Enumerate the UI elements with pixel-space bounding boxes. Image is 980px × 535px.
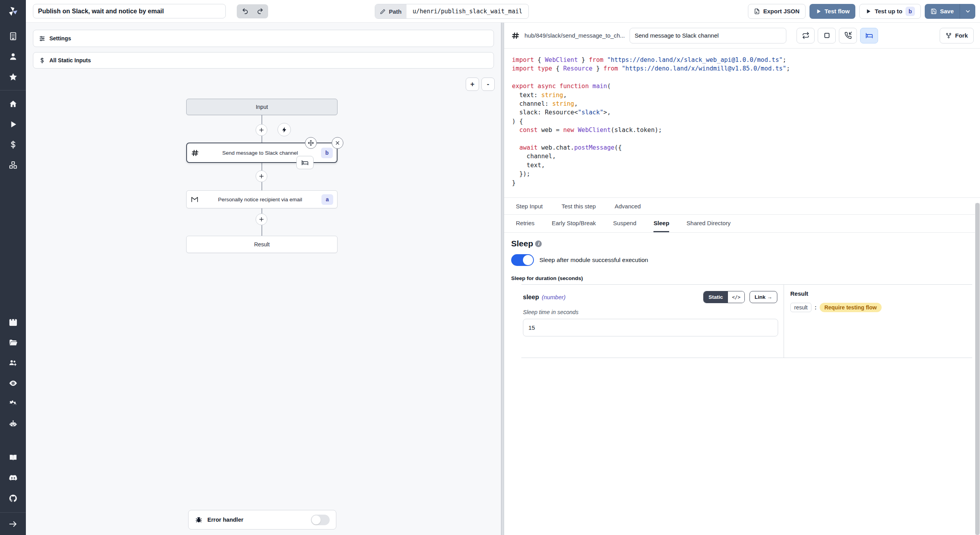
retries-repeat-icon-button[interactable] xyxy=(797,28,815,43)
settings-gear-icon[interactable] xyxy=(0,393,26,414)
variables-dollar-icon[interactable] xyxy=(0,134,26,155)
windmill-flow-editor: Path u/henri/publish_slack_wait_mail Exp… xyxy=(0,0,980,535)
slack-step-label: Send message to Slack channel xyxy=(203,150,317,156)
step-header: hub/849/slack/send_message_to_ch... Fork xyxy=(504,23,980,49)
resources-cubes-icon[interactable] xyxy=(0,155,26,175)
fork-button[interactable]: Fork xyxy=(940,28,974,43)
scrollbar-thumb[interactable] xyxy=(975,203,980,535)
static-segment-button[interactable]: Static xyxy=(704,291,728,303)
link-button[interactable]: Link → xyxy=(750,291,777,303)
slack-step-id-badge: b xyxy=(321,148,333,158)
slack-icon xyxy=(191,149,199,157)
sleep-seconds-input[interactable] xyxy=(523,319,778,336)
result-heading: Result xyxy=(790,290,966,297)
sleep-indicator-bed-icon[interactable] xyxy=(296,156,314,169)
insert-step-button-1[interactable] xyxy=(256,124,267,136)
github-icon[interactable] xyxy=(0,488,26,508)
step-name-input[interactable] xyxy=(630,28,786,43)
result-node[interactable]: Result xyxy=(186,236,338,253)
zoom-out-button[interactable]: - xyxy=(481,78,495,91)
flow-graph-panel: Settings All Static Inputs + - Input Sen… xyxy=(26,23,501,535)
home-icon[interactable] xyxy=(0,94,26,114)
bug-icon xyxy=(195,516,203,524)
tab-retries[interactable]: Retries xyxy=(516,215,535,232)
code-segment-button[interactable]: </> xyxy=(728,291,744,303)
expand-rail-arrow-icon[interactable] xyxy=(0,512,26,535)
sleep-field-column: sleep (number) Static </> Link → Sleep t… xyxy=(521,285,784,358)
zoom-in-button[interactable]: + xyxy=(466,78,479,91)
insert-step-button-3[interactable] xyxy=(256,213,267,225)
tab-step-input[interactable]: Step Input xyxy=(516,203,543,210)
sleep-duration-label: Sleep for duration (seconds) xyxy=(511,275,972,281)
audit-eye-icon[interactable] xyxy=(0,373,26,393)
result-preview-column: Result result : Require testing flow xyxy=(784,285,972,358)
insert-step-button-2[interactable] xyxy=(256,170,267,182)
git-fork-icon xyxy=(946,33,952,39)
path-chip[interactable]: Path u/henri/publish_slack_wait_mail xyxy=(375,4,529,19)
right-panel-scrollbar[interactable] xyxy=(975,203,980,535)
sleep-input-hint: Sleep time in seconds xyxy=(523,309,777,315)
workers-robot-icon[interactable] xyxy=(0,414,26,434)
email-step-node[interactable]: Personally notice recipient via email a xyxy=(186,190,338,208)
test-up-to-button[interactable]: Test up to b xyxy=(859,4,921,19)
save-dropdown-caret[interactable] xyxy=(960,4,975,19)
sleep-bed-icon-button[interactable] xyxy=(860,28,878,43)
topbar: Path u/henri/publish_slack_wait_mail Exp… xyxy=(26,0,980,23)
error-handler-node[interactable]: Error handler xyxy=(188,510,336,530)
sleep-field-name: sleep xyxy=(523,294,539,301)
error-handler-toggle[interactable] xyxy=(311,515,330,525)
early-stop-square-icon-button[interactable] xyxy=(818,28,836,43)
sleep-tab-content: Sleep i Sleep after module successful ex… xyxy=(504,233,980,358)
edit-pencil-icon xyxy=(380,9,386,14)
tab-early-stop-break[interactable]: Early Stop/Break xyxy=(552,215,596,232)
hub-script-path[interactable]: hub/849/slack/send_message_to_ch... xyxy=(524,32,625,39)
redo-button[interactable] xyxy=(253,5,267,17)
flow-title-input[interactable] xyxy=(33,4,226,18)
test-up-to-step-badge: b xyxy=(906,7,915,16)
all-static-inputs-bar[interactable]: All Static Inputs xyxy=(33,52,494,69)
tab-shared-directory[interactable]: Shared Directory xyxy=(686,215,731,232)
flow-settings-bar[interactable]: Settings xyxy=(33,30,494,47)
step-detail-panel: hub/849/slack/send_message_to_ch... Fork… xyxy=(504,23,980,535)
canvas-zoom-controls: + - xyxy=(466,78,495,91)
docs-book-icon[interactable] xyxy=(0,447,26,468)
undo-button[interactable] xyxy=(238,5,252,17)
schedules-calendar-icon[interactable] xyxy=(0,312,26,332)
favorites-star-icon[interactable] xyxy=(0,67,26,87)
settings-label: Settings xyxy=(49,35,71,42)
move-node-handle-icon[interactable] xyxy=(305,137,317,149)
tab-suspend[interactable]: Suspend xyxy=(613,215,636,232)
panel-resize-splitter[interactable] xyxy=(501,23,504,535)
trigger-bolt-button[interactable] xyxy=(278,123,291,136)
tab-test-this-step[interactable]: Test this step xyxy=(561,203,596,210)
result-colon: : xyxy=(815,304,817,311)
step-tabs-primary: Step Input Test this step Advanced xyxy=(504,197,980,215)
gmail-icon xyxy=(191,195,199,204)
save-button[interactable]: Save xyxy=(925,4,960,19)
runs-play-icon[interactable] xyxy=(0,114,26,134)
workspace-icon[interactable] xyxy=(0,26,26,46)
delete-node-button[interactable] xyxy=(332,137,343,149)
sleep-toggle-label: Sleep after module successful execution xyxy=(539,257,648,264)
groups-gear-icon[interactable] xyxy=(0,352,26,373)
discord-icon[interactable] xyxy=(0,468,26,488)
export-json-button[interactable]: Export JSON xyxy=(748,4,806,19)
input-node[interactable]: Input xyxy=(186,99,338,115)
tab-advanced[interactable]: Advanced xyxy=(615,203,641,210)
info-icon[interactable]: i xyxy=(535,240,542,247)
test-flow-button[interactable]: Test flow xyxy=(809,4,856,19)
step-tabs-advanced: Retries Early Stop/Break Suspend Sleep S… xyxy=(504,215,980,233)
rail-divider xyxy=(0,90,26,90)
user-icon[interactable] xyxy=(0,46,26,67)
folders-icon[interactable] xyxy=(0,332,26,352)
save-split-button: Save xyxy=(925,4,975,19)
code-editor[interactable]: import { WebClient } from "https://deno.… xyxy=(504,49,980,193)
sleep-toggle[interactable] xyxy=(511,254,534,266)
dollar-icon xyxy=(39,57,45,64)
windmill-logo-icon[interactable] xyxy=(7,5,19,17)
tab-sleep[interactable]: Sleep xyxy=(653,215,669,232)
step-feature-buttons xyxy=(797,28,878,43)
email-step-id-badge: a xyxy=(321,194,333,205)
result-key-chip[interactable]: result xyxy=(790,303,811,312)
suspend-phone-icon-button[interactable] xyxy=(839,28,857,43)
